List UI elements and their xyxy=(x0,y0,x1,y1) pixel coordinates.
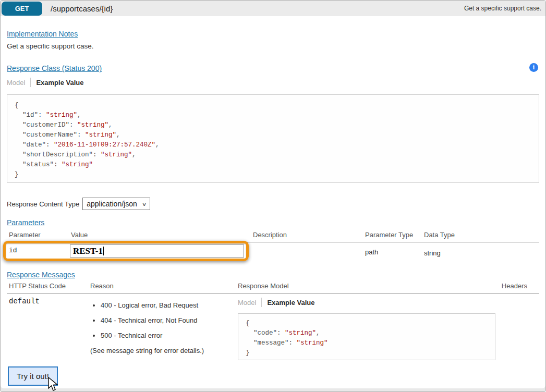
operation-summary: Get a specific support case. xyxy=(464,5,541,12)
tab-model[interactable]: Model xyxy=(238,299,256,307)
col-data-type: Data Type xyxy=(424,231,455,239)
response-message-row: default 400 - Logical error, Bad Request… xyxy=(7,296,539,384)
parameter-row: id REST-1 path string xyxy=(7,244,539,266)
col-http-status-code: HTTP Status Code xyxy=(9,282,66,290)
http-method-badge[interactable]: GET xyxy=(2,2,42,16)
tab-model[interactable]: Model xyxy=(7,79,25,87)
response-content-type-row: Response Content Type application/json ∨ xyxy=(7,198,150,210)
parameters-link[interactable]: Parameters xyxy=(7,218,44,227)
response-model-cell: Model Example Value { "code": "string", … xyxy=(238,296,499,360)
operation-body: Implementation Notes Get a specific supp… xyxy=(1,16,545,388)
col-parameter-type: Parameter Type xyxy=(365,231,413,239)
tab-divider xyxy=(30,78,31,87)
implementation-notes-text: Get a specific support case. xyxy=(7,42,94,50)
reason-list: 400 - Logical error, Bad Request 404 - T… xyxy=(90,301,236,339)
text-caret xyxy=(103,247,104,255)
parameter-value-text: REST-1 xyxy=(73,246,103,256)
response-example-code: { "id": "string", "customerID": "string"… xyxy=(7,94,539,183)
implementation-notes-link[interactable]: Implementation Notes xyxy=(7,30,78,38)
reason-cell: 400 - Logical error, Bad Request 404 - T… xyxy=(90,301,236,354)
data-type-value: string xyxy=(424,249,441,257)
endpoint-path[interactable]: /supportcases/{id} xyxy=(51,4,113,13)
swagger-operation-panel: GET /supportcases/{id} Get a specific su… xyxy=(0,0,546,392)
reason-item: 500 - Technical error xyxy=(101,332,236,339)
col-headers: Headers xyxy=(502,282,527,290)
col-reason: Reason xyxy=(90,282,114,290)
col-value: Value xyxy=(71,231,88,239)
parameter-value-input[interactable]: REST-1 xyxy=(70,244,244,258)
status-code-value: default xyxy=(9,297,40,305)
chevron-down-icon: ∨ xyxy=(141,201,147,207)
tab-divider xyxy=(261,298,262,307)
reason-note: (See message string for error details.) xyxy=(90,347,236,354)
response-content-type-label: Response Content Type xyxy=(7,200,79,208)
reason-item: 404 - Technical error, Not Found xyxy=(101,316,236,324)
selected-content-type: application/json xyxy=(87,200,137,208)
parameter-type-value: path xyxy=(365,248,378,256)
response-class-tabs: Model Example Value xyxy=(7,78,83,87)
response-content-type-select[interactable]: application/json ∨ xyxy=(82,198,150,210)
col-parameter: Parameter xyxy=(9,231,41,239)
info-icon[interactable]: i xyxy=(529,63,538,72)
mouse-cursor-icon xyxy=(47,377,60,391)
col-description: Description xyxy=(253,231,287,239)
response-messages-table-header: HTTP Status Code Reason Response Model H… xyxy=(7,282,539,293)
parameters-table-header: Parameter Value Description Parameter Ty… xyxy=(7,231,539,242)
parameter-name: id xyxy=(9,247,17,254)
reason-item: 400 - Logical error, Bad Request xyxy=(101,301,236,309)
col-response-model: Response Model xyxy=(238,282,289,290)
response-class-link[interactable]: Response Class (Status 200) xyxy=(7,64,102,72)
tab-example-value[interactable]: Example Value xyxy=(36,79,83,87)
error-model-code: { "code": "string", "message": "string"} xyxy=(238,313,495,360)
operation-header[interactable]: GET /supportcases/{id} Get a specific su… xyxy=(1,1,545,16)
tab-example-value[interactable]: Example Value xyxy=(267,299,314,307)
response-messages-link[interactable]: Response Messages xyxy=(7,271,75,279)
response-model-tabs: Model Example Value xyxy=(238,298,499,307)
